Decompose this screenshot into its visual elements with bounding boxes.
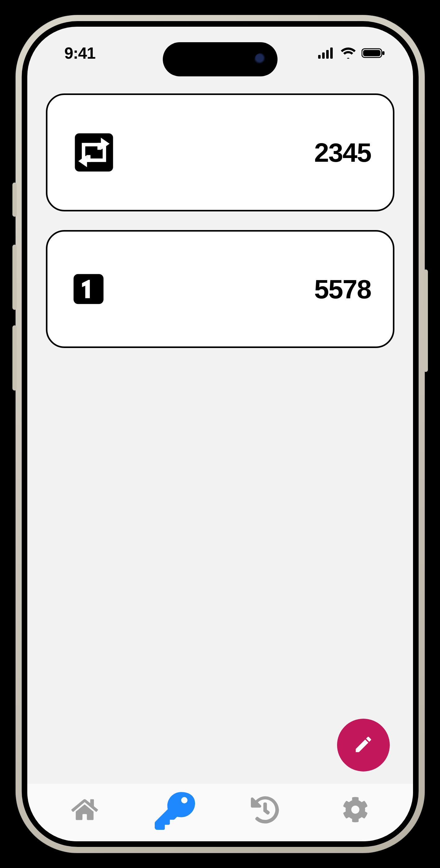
svg-rect-1 — [322, 53, 325, 59]
phone-side-button — [12, 183, 17, 217]
code-card[interactable]: 5578 — [46, 230, 395, 348]
status-indicators — [318, 48, 385, 59]
phone-frame: 9:41 — [15, 15, 425, 853]
edit-icon — [353, 734, 374, 756]
screen: 9:41 — [27, 27, 413, 841]
nav-home[interactable] — [40, 793, 130, 827]
phone-volume-up-button — [12, 245, 17, 310]
code-card[interactable]: 2345 — [46, 93, 395, 211]
phone-power-button — [424, 270, 428, 372]
house-icon — [71, 796, 98, 823]
bottom-nav — [27, 784, 413, 841]
status-time: 9:41 — [65, 44, 96, 62]
edit-fab[interactable] — [337, 719, 390, 771]
one-icon — [72, 273, 105, 306]
code-value: 2345 — [314, 137, 371, 168]
battery-icon — [362, 48, 385, 59]
svg-rect-3 — [330, 48, 333, 59]
dynamic-island — [163, 42, 277, 76]
nav-history[interactable] — [220, 793, 310, 827]
nav-settings[interactable] — [310, 793, 401, 827]
svg-rect-7 — [75, 133, 113, 172]
phone-bezel: 9:41 — [22, 21, 418, 847]
content-area: 2345 5578 — [27, 84, 413, 788]
code-value: 5578 — [314, 274, 371, 305]
wifi-icon — [340, 48, 356, 59]
cellular-icon — [318, 48, 335, 59]
repeat-icon — [72, 131, 116, 174]
svg-rect-2 — [326, 50, 329, 59]
svg-rect-0 — [318, 55, 320, 59]
nav-keys[interactable] — [130, 793, 220, 827]
history-icon — [251, 795, 279, 824]
svg-rect-5 — [363, 50, 380, 56]
svg-rect-6 — [382, 51, 384, 55]
phone-volume-down-button — [12, 326, 17, 391]
key-icon — [155, 789, 195, 830]
gear-icon — [342, 797, 368, 823]
